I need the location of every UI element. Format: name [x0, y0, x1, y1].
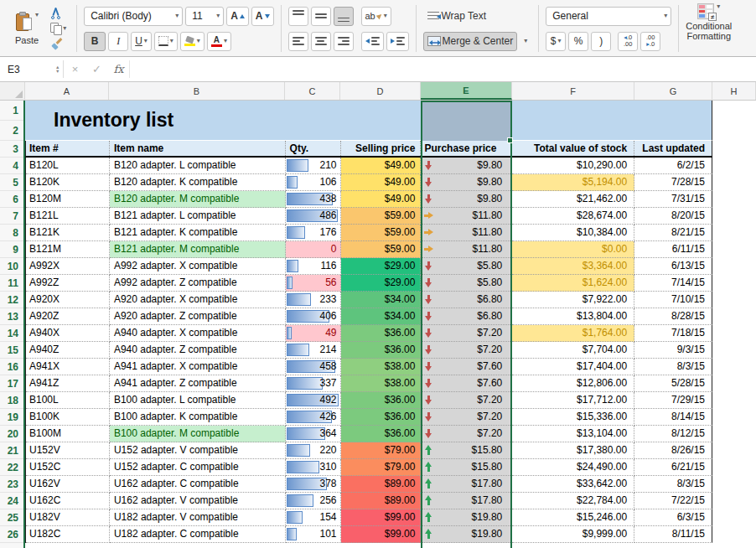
cell-item-name[interactable]: A920 adapter. X compatible: [110, 292, 286, 308]
align-top-button[interactable]: [288, 7, 308, 26]
cell-total-value[interactable]: $9,999.00: [512, 526, 634, 543]
cell-last-updated[interactable]: 8/21/15: [634, 225, 712, 241]
cell-selling-price[interactable]: $36.00: [341, 426, 422, 442]
enter-button[interactable]: ✓: [85, 57, 107, 81]
number-format-select[interactable]: General▾: [546, 7, 671, 26]
cell-last-updated[interactable]: 6/2/15: [634, 158, 712, 174]
cell-purchase-price[interactable]: $9.80: [421, 191, 512, 208]
header-total-value[interactable]: Total value of stock: [512, 141, 634, 156]
cell-qty[interactable]: 176: [286, 225, 341, 241]
font-color-button[interactable]: A▾: [207, 32, 231, 51]
cell-qty[interactable]: 458: [286, 359, 341, 375]
column-header-g[interactable]: G: [634, 82, 712, 100]
row-header-17[interactable]: 17: [0, 375, 23, 392]
cell-item-name[interactable]: A992 adapter. X compatible: [110, 258, 286, 275]
row-header-15[interactable]: 15: [0, 342, 23, 359]
underline-caret[interactable]: ▾: [144, 38, 148, 44]
cell-purchase-price[interactable]: $7.20: [421, 409, 512, 426]
header-purchase-price-active-cell[interactable]: Purchase price: [421, 141, 512, 156]
cell-item-no[interactable]: B100K: [26, 409, 110, 426]
cell-total-value[interactable]: $3,364.00: [512, 258, 634, 275]
decrease-indent-button[interactable]: [361, 32, 384, 51]
cell-purchase-price[interactable]: $15.80: [421, 442, 512, 459]
cell-last-updated[interactable]: 8/12/15: [634, 426, 712, 442]
cell-item-no[interactable]: B100L: [26, 392, 110, 409]
cell-total-value[interactable]: $13,804.00: [512, 308, 634, 325]
cell-item-name[interactable]: U162 adapter. C compatible: [110, 476, 286, 493]
header-last-updated[interactable]: Last updated: [634, 141, 712, 156]
currency-caret[interactable]: ▾: [558, 38, 562, 44]
cell-qty[interactable]: 256: [286, 493, 341, 509]
increase-indent-button[interactable]: [386, 32, 409, 51]
cell-total-value[interactable]: $10,384.00: [512, 225, 634, 241]
cell-purchase-price[interactable]: $7.60: [421, 359, 512, 375]
row-header-13[interactable]: 13: [0, 308, 23, 325]
cell-item-name[interactable]: U152 adapter. C compatible: [110, 459, 286, 476]
formula-input[interactable]: [129, 60, 756, 78]
cell-last-updated[interactable]: 6/13/15: [634, 258, 712, 275]
row-header-7[interactable]: 7: [0, 208, 23, 225]
cell-purchase-price[interactable]: $11.80: [421, 208, 512, 225]
cell-total-value[interactable]: $17,712.00: [512, 392, 634, 409]
cell-qty[interactable]: 486: [286, 208, 341, 225]
cell-qty[interactable]: 101: [286, 526, 341, 543]
align-middle-button[interactable]: [311, 7, 331, 26]
cell-selling-price[interactable]: $59.00: [341, 208, 422, 225]
name-box[interactable]: E3: [0, 57, 52, 81]
cell-item-name[interactable]: U182 adapter. C compatible: [110, 526, 286, 543]
increase-font-button[interactable]: A: [226, 7, 249, 26]
conditional-formatting-button[interactable]: ≠ ▾ ConditionalFormatting: [682, 3, 735, 54]
row-header-9[interactable]: 9: [0, 241, 23, 258]
row-header-4[interactable]: 4: [0, 158, 23, 174]
cell-last-updated[interactable]: 8/3/15: [634, 476, 712, 493]
cell-purchase-price[interactable]: $5.80: [421, 275, 512, 292]
cell-selling-price[interactable]: $59.00: [341, 225, 422, 241]
fill-color-caret[interactable]: ▾: [197, 38, 200, 44]
italic-button[interactable]: I: [108, 32, 128, 51]
row-header-18[interactable]: 18: [0, 392, 23, 409]
cell-qty[interactable]: 378: [286, 476, 341, 493]
column-header-e-selected[interactable]: E: [421, 82, 512, 100]
cell-last-updated[interactable]: 8/26/15: [634, 442, 712, 459]
align-bottom-button[interactable]: [334, 7, 354, 26]
cell-selling-price[interactable]: $36.00: [341, 409, 422, 426]
cell-selling-price[interactable]: $59.00: [341, 241, 422, 258]
cell-last-updated[interactable]: 7/18/15: [634, 325, 712, 342]
cell-purchase-price[interactable]: $7.20: [421, 325, 512, 342]
comma-style-button[interactable]: ): [591, 32, 611, 51]
cell-purchase-price[interactable]: $17.80: [421, 493, 512, 509]
header-item-name[interactable]: Item name: [110, 141, 286, 156]
cell-item-name[interactable]: B121 adapter. L compatible: [110, 208, 286, 225]
cell-total-value[interactable]: $5,194.00: [512, 174, 634, 191]
row-header-16[interactable]: 16: [0, 359, 23, 375]
cell-last-updated[interactable]: 7/31/15: [634, 191, 712, 208]
cell-selling-price[interactable]: $36.00: [341, 392, 422, 409]
cell-item-no[interactable]: B121K: [26, 225, 110, 241]
header-selling-price[interactable]: Selling price: [341, 141, 422, 156]
cell-purchase-price[interactable]: $11.80: [421, 225, 512, 241]
cell-purchase-price[interactable]: $19.80: [421, 526, 512, 543]
cancel-button[interactable]: ×: [64, 57, 85, 81]
cell-item-no[interactable]: A941X: [26, 359, 110, 375]
cell-last-updated[interactable]: 8/14/15: [634, 409, 712, 426]
borders-button[interactable]: ▾: [154, 32, 178, 51]
cell-selling-price[interactable]: $34.00: [341, 308, 422, 325]
decrease-font-button[interactable]: A: [251, 7, 274, 26]
cell-selling-price[interactable]: $29.00: [341, 275, 422, 292]
cell-total-value[interactable]: $12,806.00: [512, 375, 634, 392]
cell-total-value[interactable]: $17,380.00: [512, 442, 634, 459]
cell-item-name[interactable]: B121 adapter. K compatible: [110, 225, 286, 241]
cell-item-name[interactable]: B120 adapter. K compatible: [110, 174, 286, 191]
cell-selling-price[interactable]: $89.00: [341, 476, 422, 493]
cell-total-value[interactable]: $15,246.00: [512, 509, 634, 526]
row-header-22[interactable]: 22: [0, 459, 23, 476]
cell-selling-price[interactable]: $89.00: [341, 493, 422, 509]
column-header-a[interactable]: A: [25, 82, 109, 100]
cell-last-updated[interactable]: 8/28/15: [634, 308, 712, 325]
cell-purchase-price[interactable]: $7.20: [421, 426, 512, 442]
cell-selling-price[interactable]: $29.00: [341, 258, 422, 275]
cell-last-updated[interactable]: 8/20/15: [634, 208, 712, 225]
cell-qty[interactable]: 364: [286, 426, 341, 442]
cell-item-name[interactable]: U182 adapter. V compatible: [110, 509, 286, 526]
currency-style-button[interactable]: $▾: [546, 32, 566, 51]
